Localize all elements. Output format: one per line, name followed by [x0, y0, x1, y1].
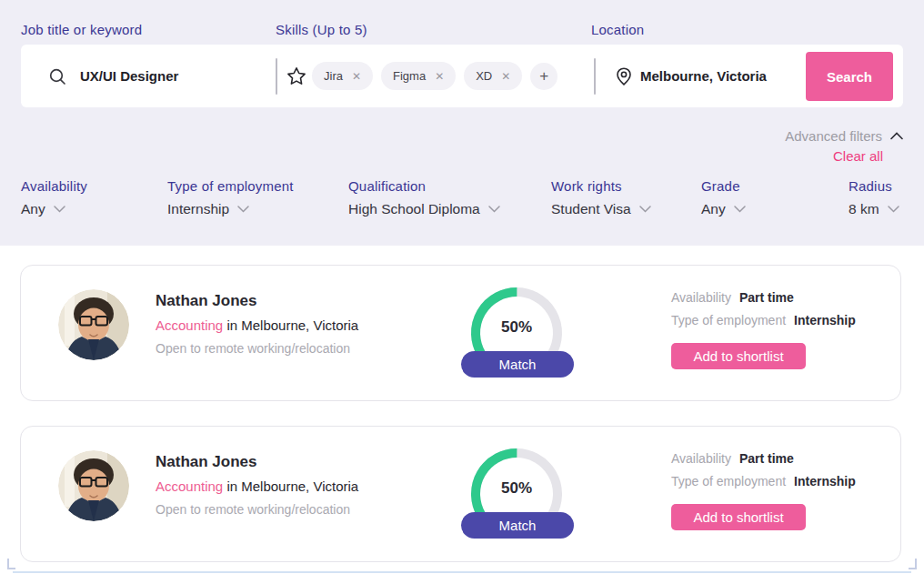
- job-title-label: Job title or keyword: [21, 22, 142, 37]
- add-to-shortlist-button[interactable]: Add to shortlist: [671, 343, 806, 369]
- candidate-field[interactable]: Accounting: [156, 478, 223, 494]
- selection-corner-mark: [7, 559, 15, 569]
- filter-employment-type: Type of employment Internship: [167, 178, 294, 217]
- candidate-avatar: [58, 289, 129, 360]
- candidate-note: Open to remote working/relocation: [156, 502, 350, 517]
- employment-row: Type of employment Internship: [671, 474, 856, 488]
- search-bar: UX/UI Designer Jira ✕ Figma ✕ XD ✕ +: [21, 45, 903, 107]
- filter-value: Any: [21, 201, 45, 217]
- chevron-down-icon: [488, 206, 500, 213]
- divider: [594, 58, 596, 95]
- filter-value: Internship: [167, 201, 229, 217]
- filter-work-rights: Work rights Student Visa: [551, 178, 651, 217]
- filter-label: Grade: [701, 178, 746, 194]
- divider: [276, 58, 277, 95]
- availability-row: Availability Part time: [671, 451, 794, 466]
- filter-radius: Radius 8 km: [849, 178, 899, 217]
- employment-label: Type of employment: [671, 474, 786, 488]
- filter-label: Work rights: [551, 178, 651, 194]
- match-badge: Match: [461, 351, 574, 378]
- match-percent: 50%: [462, 479, 571, 498]
- search-icon: [48, 67, 66, 86]
- filter-dropdown[interactable]: Student Visa: [551, 201, 651, 217]
- filter-dropdown[interactable]: Any: [21, 201, 87, 217]
- candidate-name[interactable]: Nathan Jones: [156, 453, 256, 471]
- remove-skill-icon[interactable]: ✕: [352, 70, 361, 83]
- employment-value: Internship: [794, 474, 856, 488]
- filter-label: Type of employment: [167, 178, 294, 194]
- location-input[interactable]: Melbourne, Victoria: [640, 68, 767, 84]
- search-button[interactable]: Search: [806, 52, 893, 101]
- filter-availability: Availability Any: [21, 178, 87, 217]
- skills-label: Skills (Up to 5): [276, 22, 367, 37]
- skill-pill-figma[interactable]: Figma ✕: [381, 62, 456, 90]
- advanced-filters-label: Advanced filters: [785, 128, 882, 144]
- match-badge: Match: [461, 512, 574, 539]
- chevron-down-icon: [237, 206, 249, 213]
- filter-value: Any: [701, 201, 726, 217]
- availability-label: Availability: [671, 451, 731, 466]
- add-skill-button[interactable]: +: [530, 63, 557, 90]
- candidate-avatar: [58, 450, 129, 521]
- selection-corner-mark: [909, 559, 917, 569]
- chevron-down-icon: [639, 206, 651, 213]
- selection-bottom-edge: [13, 571, 911, 573]
- availability-value: Part time: [739, 290, 794, 305]
- star-icon[interactable]: [286, 65, 307, 87]
- candidate-note: Open to remote working/relocation: [156, 341, 350, 356]
- filter-value: Student Visa: [551, 201, 631, 217]
- candidate-location: in Melbourne, Victoria: [223, 478, 358, 494]
- employment-value: Internship: [794, 313, 856, 327]
- filter-grade: Grade Any: [701, 178, 746, 217]
- filter-label: Availability: [21, 178, 87, 194]
- filter-value: 8 km: [849, 201, 879, 217]
- skill-pills: Jira ✕ Figma ✕ XD ✕ +: [312, 62, 557, 90]
- skill-pill-label: XD: [476, 69, 492, 83]
- filter-dropdown[interactable]: 8 km: [849, 201, 899, 217]
- candidate-field[interactable]: Accounting: [156, 317, 223, 333]
- candidate-card: Nathan Jones Accounting in Melbourne, Vi…: [20, 426, 901, 562]
- candidate-field-location: Accounting in Melbourne, Victoria: [156, 478, 358, 494]
- filter-dropdown[interactable]: High School Diploma: [348, 201, 500, 217]
- employment-row: Type of employment Internship: [671, 313, 856, 327]
- location-pin-icon: [614, 66, 634, 86]
- candidate-card: Nathan Jones Accounting in Melbourne, Vi…: [20, 265, 901, 401]
- remove-skill-icon[interactable]: ✕: [501, 70, 510, 83]
- skill-pill-label: Jira: [324, 69, 343, 83]
- filter-value: High School Diploma: [348, 201, 480, 217]
- location-label: Location: [591, 22, 644, 37]
- candidate-field-location: Accounting in Melbourne, Victoria: [156, 317, 358, 333]
- skill-pill-jira[interactable]: Jira ✕: [312, 62, 373, 90]
- remove-skill-icon[interactable]: ✕: [435, 70, 444, 83]
- advanced-filters-toggle[interactable]: Advanced filters: [785, 128, 903, 144]
- skill-pill-label: Figma: [393, 69, 426, 83]
- match-percent: 50%: [462, 318, 571, 337]
- candidate-location: in Melbourne, Victoria: [223, 317, 358, 333]
- filter-dropdown[interactable]: Any: [701, 201, 746, 217]
- availability-label: Availability: [671, 290, 731, 305]
- employment-label: Type of employment: [671, 313, 786, 327]
- chevron-down-icon: [54, 206, 65, 213]
- filter-label: Radius: [849, 178, 899, 194]
- filter-label: Qualification: [348, 178, 500, 194]
- filter-qualification: Qualification High School Diploma: [348, 178, 500, 217]
- job-title-input[interactable]: UX/UI Designer: [80, 68, 178, 84]
- candidate-name[interactable]: Nathan Jones: [156, 292, 256, 310]
- clear-all-link[interactable]: Clear all: [833, 148, 883, 164]
- add-to-shortlist-button[interactable]: Add to shortlist: [671, 504, 806, 530]
- chevron-up-icon: [890, 132, 903, 140]
- filter-dropdown[interactable]: Internship: [167, 201, 294, 217]
- availability-value: Part time: [739, 451, 794, 466]
- search-header: Job title or keyword Skills (Up to 5) Lo…: [0, 0, 924, 246]
- skill-pill-xd[interactable]: XD ✕: [464, 62, 522, 90]
- availability-row: Availability Part time: [671, 290, 794, 305]
- chevron-down-icon: [734, 206, 746, 213]
- chevron-down-icon: [888, 206, 899, 213]
